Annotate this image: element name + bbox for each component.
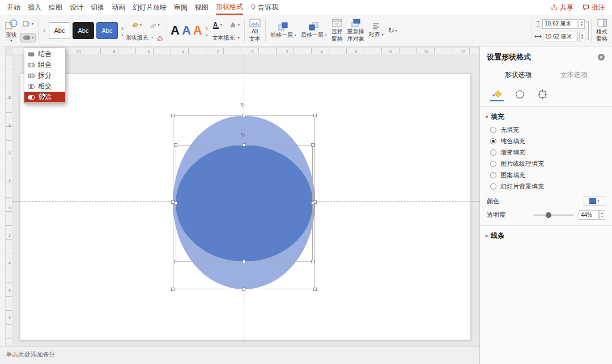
wordart-next-button[interactable]: › [205,24,209,32]
bring-forward-label: 前移一层 [270,32,293,38]
rotate-button[interactable]: ↻ ▾ [386,24,400,36]
fill-option-solid-fill[interactable]: 纯色填充 [480,135,612,147]
selection-handle[interactable] [174,143,177,147]
tab-draw[interactable]: 绘图 [49,0,62,15]
line-section-header[interactable]: ▸ 线条 [480,226,612,243]
format-shape-panel: 设置形状格式 形状选项 文本选项 ▾ 填充 [479,46,612,364]
selection-handle[interactable] [311,260,314,263]
shapes-icon [5,18,18,31]
text-outline-button[interactable]: A ▾ [228,19,242,31]
shape-height-icon [535,20,541,28]
shape-outline-button[interactable]: ▾ [147,20,162,30]
menu-item-label: 结合 [38,49,52,59]
selection-handle[interactable] [242,288,245,291]
selection-handle[interactable] [313,288,317,291]
tab-transitions[interactable]: 切换 [91,0,104,15]
shape-height-input[interactable] [542,19,577,29]
fill-option-no-fill[interactable]: 无填充 [480,124,612,135]
shape-height-stepper[interactable]: ▲▼ [579,19,585,29]
alt-text-label-1: Alt [252,28,258,35]
tab-home[interactable]: 开始 [7,0,20,15]
tab-text-options[interactable]: 文本选项 [560,70,588,80]
fill-option-label: 图片或纹理填充 [500,160,544,168]
slider-thumb[interactable] [546,212,551,218]
tab-shape-format[interactable]: 形状格式 [216,0,243,15]
selection-handle[interactable] [242,114,245,117]
edit-shape-button[interactable]: ▾ [20,19,36,29]
selection-handle[interactable] [313,114,317,117]
format-pane-icon [597,19,607,27]
svg-text:A: A [231,22,235,28]
bring-forward-button[interactable]: 前移一层▾ [268,16,299,44]
selection-pane-button[interactable]: 选择 窗格 [329,16,345,44]
transparency-stepper[interactable]: ▲▼ [599,210,605,220]
slide-thumbnail-strip[interactable] [0,46,6,346]
wordart-expand-button[interactable]: ▾ [206,33,207,37]
tab-design[interactable]: 设计 [70,0,83,15]
eraser-icon[interactable] [156,35,164,41]
chevron-down-icon: ▾ [238,23,240,27]
shape-width-input[interactable] [543,32,578,41]
notes-pane[interactable]: 单击此处添加备注 [0,346,479,364]
insert-shapes-button[interactable]: 形状 ▾ [2,16,20,44]
menu-item-label: 组合 [38,60,52,70]
menu-item-fragment[interactable]: 拆分 [24,70,65,81]
fill-option-slide-background-fill[interactable]: 幻灯片背景填充 [480,181,612,192]
tab-shape-options[interactable]: 形状选项 [504,70,532,80]
format-pane-button[interactable]: 格式 窗格 [594,16,610,44]
fill-color-button[interactable]: ▾ [584,196,605,206]
selection-handle[interactable] [243,143,246,147]
tab-slideshow[interactable]: 幻灯片放映 [133,0,167,15]
tab-tell-me[interactable]: 告诉我 [250,0,278,15]
selection-handle[interactable] [171,288,175,291]
alt-text-button[interactable]: Alt 文本 [247,16,263,44]
transparency-input[interactable] [579,210,599,220]
gallery-prev-button[interactable]: ‹ [42,27,46,35]
tab-review[interactable]: 审阅 [174,0,188,15]
menu-item-intersect[interactable]: 相交 [24,81,65,92]
selection-handle[interactable] [311,143,314,147]
rotation-handle[interactable]: ↻ [240,102,245,108]
align-button[interactable]: 对齐▾ [367,16,386,44]
menu-item-combine[interactable]: 组合 [24,59,65,70]
reorder-objects-button[interactable]: 重新排 序对象 [345,16,367,44]
selection-handle[interactable] [174,202,177,205]
send-backward-button[interactable]: 后移一层▾ [299,16,329,44]
gallery-expand-button[interactable]: ▾ [122,33,124,37]
merge-shapes-button[interactable]: ▾ [20,33,36,42]
transparency-slider[interactable] [533,212,574,219]
fill-option-gradient-fill[interactable]: 渐变填充 [480,147,612,158]
text-fill-button[interactable]: A ▾ [210,19,224,31]
menu-item-union[interactable]: 结合 [24,49,65,59]
ribbon-separator [38,19,39,42]
tab-insert[interactable]: 插入 [28,0,41,15]
paint-bucket-icon [491,89,503,99]
ruler-number: 10 [424,50,428,54]
preset-label: Abc [54,27,65,34]
shape-width-stepper[interactable]: ▲▼ [579,32,585,41]
gallery-next-button[interactable]: › [120,24,125,32]
fill-option-pattern-fill[interactable]: 图案填充 [480,169,612,181]
selection-handle[interactable] [243,260,246,263]
fill-section-header[interactable]: ▾ 填充 [480,107,612,124]
fill-line-tab[interactable] [490,89,504,102]
selection-handle[interactable] [311,202,314,205]
comments-button[interactable]: 批注 [583,3,605,12]
tab-animations[interactable]: 动画 [112,0,125,15]
wordart-style-3[interactable]: A [193,24,202,37]
selection-handle[interactable] [171,114,175,117]
size-properties-tab[interactable] [536,89,549,102]
shape-fill-button[interactable]: ▾ [129,20,144,30]
effects-tab[interactable] [513,89,526,102]
wordart-style-1[interactable]: A [171,24,180,37]
close-icon[interactable] [597,53,605,61]
shape-style-preset-1[interactable]: Abc [49,22,70,39]
selection-handle[interactable] [174,260,177,263]
share-button[interactable]: 共享 [551,3,573,12]
tab-view[interactable]: 视图 [195,0,209,15]
rotation-handle[interactable]: ↻ [241,132,245,138]
wordart-style-2[interactable]: A [182,24,191,37]
fill-option-picture-texture-fill[interactable]: 图片或纹理填充 [480,158,612,169]
shape-style-preset-2[interactable]: Abc [73,22,94,39]
shape-style-preset-3[interactable]: Abc [96,22,118,39]
